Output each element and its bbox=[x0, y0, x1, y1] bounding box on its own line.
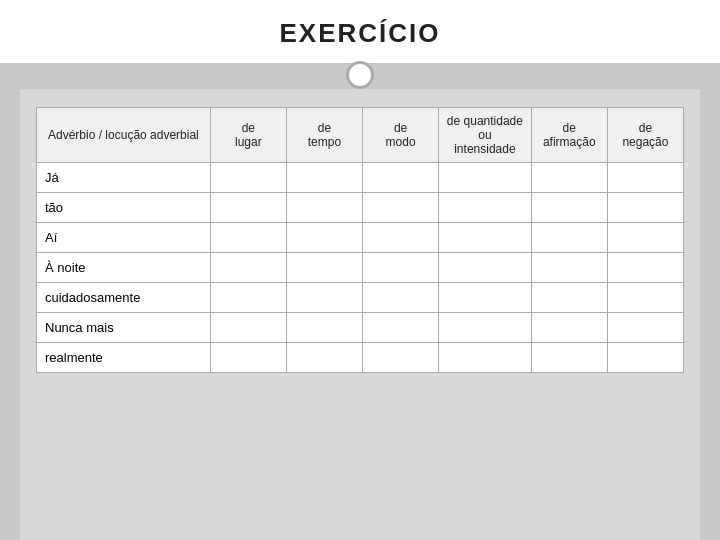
table-cell bbox=[286, 283, 362, 313]
header-negacao: de negação bbox=[607, 108, 683, 163]
table-cell bbox=[286, 163, 362, 193]
table-header-row: Advérbio / locução adverbial de lugar de… bbox=[37, 108, 684, 163]
row-label: Já bbox=[37, 163, 211, 193]
table-cell bbox=[363, 283, 439, 313]
table-cell bbox=[363, 223, 439, 253]
row-label: Aí bbox=[37, 223, 211, 253]
table-row: Já bbox=[37, 163, 684, 193]
table-cell bbox=[439, 193, 532, 223]
exercise-table: Advérbio / locução adverbial de lugar de… bbox=[36, 107, 684, 373]
table-cell bbox=[607, 193, 683, 223]
table-cell bbox=[531, 163, 607, 193]
title-bar: EXERCÍCIO bbox=[0, 0, 720, 63]
table-cell bbox=[363, 313, 439, 343]
table-row: cuidadosamente bbox=[37, 283, 684, 313]
header-modo: de modo bbox=[363, 108, 439, 163]
table-row: À noite bbox=[37, 253, 684, 283]
content-area: Advérbio / locução adverbial de lugar de… bbox=[20, 89, 700, 540]
header-adverbio: Advérbio / locução adverbial bbox=[37, 108, 211, 163]
table-cell bbox=[607, 313, 683, 343]
table-cell bbox=[210, 163, 286, 193]
table-cell bbox=[607, 163, 683, 193]
table-cell bbox=[439, 253, 532, 283]
table-cell bbox=[286, 313, 362, 343]
row-label: realmente bbox=[37, 343, 211, 373]
table-cell bbox=[607, 343, 683, 373]
table-cell bbox=[439, 223, 532, 253]
table-cell bbox=[439, 163, 532, 193]
table-row: Aí bbox=[37, 223, 684, 253]
table-cell bbox=[363, 253, 439, 283]
table-cell bbox=[286, 343, 362, 373]
table-row: tão bbox=[37, 193, 684, 223]
table-cell bbox=[210, 253, 286, 283]
table-cell bbox=[531, 283, 607, 313]
table-cell bbox=[439, 283, 532, 313]
table-cell bbox=[439, 313, 532, 343]
table-row: realmente bbox=[37, 343, 684, 373]
table-cell bbox=[607, 223, 683, 253]
table-cell bbox=[210, 283, 286, 313]
row-label: À noite bbox=[37, 253, 211, 283]
table-cell bbox=[531, 343, 607, 373]
header-lugar: de lugar bbox=[210, 108, 286, 163]
table-cell bbox=[210, 343, 286, 373]
table-cell bbox=[363, 343, 439, 373]
table-cell bbox=[363, 193, 439, 223]
header-intensidade: de quantidade ou intensidade bbox=[439, 108, 532, 163]
page-title: EXERCÍCIO bbox=[279, 18, 440, 48]
table-body: JátãoAíÀ noitecuidadosamenteNunca maisre… bbox=[37, 163, 684, 373]
table-cell bbox=[210, 223, 286, 253]
table-cell bbox=[607, 253, 683, 283]
table-cell bbox=[363, 163, 439, 193]
table-cell bbox=[210, 193, 286, 223]
table-cell bbox=[286, 193, 362, 223]
header-afirmacao: de afirmação bbox=[531, 108, 607, 163]
table-cell bbox=[210, 313, 286, 343]
table-cell bbox=[286, 253, 362, 283]
table-cell bbox=[607, 283, 683, 313]
connector-decoration bbox=[346, 61, 374, 89]
table-row: Nunca mais bbox=[37, 313, 684, 343]
row-label: Nunca mais bbox=[37, 313, 211, 343]
header-tempo: de tempo bbox=[286, 108, 362, 163]
table-cell bbox=[531, 223, 607, 253]
table-cell bbox=[531, 253, 607, 283]
row-label: cuidadosamente bbox=[37, 283, 211, 313]
table-cell bbox=[286, 223, 362, 253]
table-cell bbox=[531, 313, 607, 343]
table-cell bbox=[531, 193, 607, 223]
row-label: tão bbox=[37, 193, 211, 223]
table-cell bbox=[439, 343, 532, 373]
